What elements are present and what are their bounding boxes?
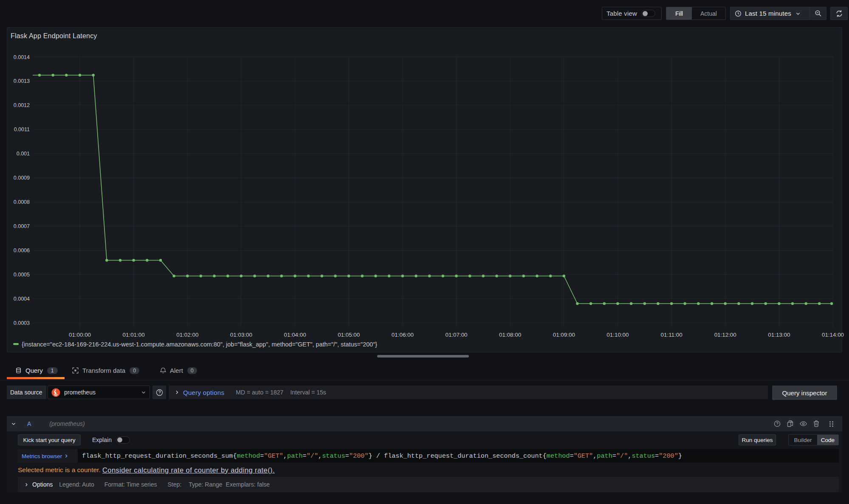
svg-text:01:01:00: 01:01:00 — [123, 332, 145, 338]
svg-text:01:09:00: 01:09:00 — [553, 332, 575, 338]
svg-text:01:03:00: 01:03:00 — [230, 332, 252, 338]
svg-text:01:08:00: 01:08:00 — [499, 332, 521, 338]
svg-text:0.0005: 0.0005 — [14, 272, 30, 278]
svg-text:0.0011: 0.0011 — [14, 127, 30, 132]
svg-text:01:00:00: 01:00:00 — [69, 332, 91, 338]
svg-text:01:12:00: 01:12:00 — [714, 332, 736, 338]
svg-text:01:02:00: 01:02:00 — [176, 332, 198, 338]
svg-text:0.0009: 0.0009 — [14, 175, 30, 181]
svg-text:01:11:00: 01:11:00 — [661, 332, 683, 338]
svg-text:0.0006: 0.0006 — [14, 248, 30, 253]
svg-text:01:04:00: 01:04:00 — [284, 332, 306, 338]
svg-text:0.0012: 0.0012 — [14, 102, 30, 108]
svg-text:0.0003: 0.0003 — [14, 320, 30, 326]
svg-text:0.0004: 0.0004 — [14, 296, 30, 302]
svg-text:0.0008: 0.0008 — [14, 199, 30, 205]
svg-text:{instance="ec2-184-169-216-224: {instance="ec2-184-169-216-224.us-west-1… — [22, 341, 377, 348]
svg-text:0.0007: 0.0007 — [14, 223, 30, 229]
svg-text:01:13:00: 01:13:00 — [768, 332, 790, 338]
svg-text:0.001: 0.001 — [17, 151, 30, 157]
svg-text:0.0014: 0.0014 — [14, 54, 30, 60]
svg-text:01:14:00: 01:14:00 — [822, 332, 844, 338]
svg-text:0.0013: 0.0013 — [14, 78, 30, 84]
svg-text:01:07:00: 01:07:00 — [445, 332, 467, 338]
svg-text:01:10:00: 01:10:00 — [606, 332, 629, 338]
svg-text:01:06:00: 01:06:00 — [392, 332, 414, 338]
svg-text:01:05:00: 01:05:00 — [338, 332, 360, 338]
